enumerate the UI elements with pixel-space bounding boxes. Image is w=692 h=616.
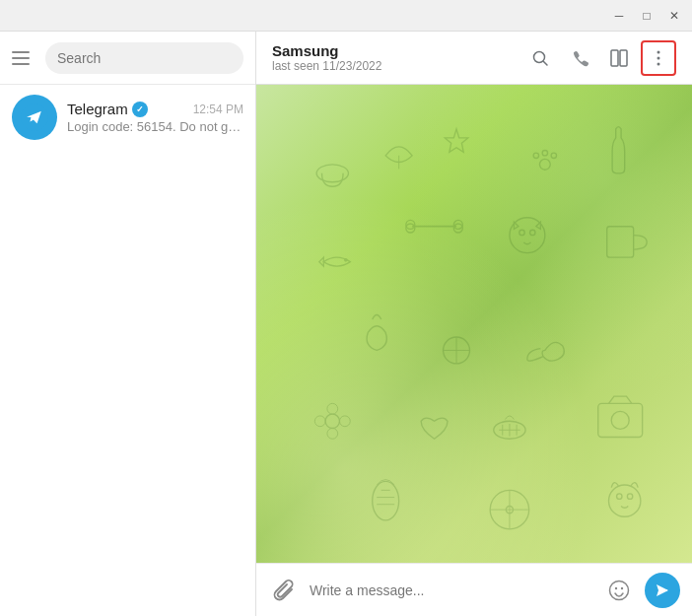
svg-point-24	[444, 337, 470, 364]
chat-info: Telegram 12:54 PM Login code: 56154. Do …	[67, 101, 243, 134]
attach-button[interactable]	[268, 575, 300, 606]
svg-point-30	[314, 416, 325, 427]
svg-point-28	[327, 403, 338, 414]
chat-name: Telegram	[67, 101, 148, 117]
svg-point-32	[494, 421, 525, 439]
send-icon	[655, 582, 670, 598]
svg-point-20	[510, 218, 545, 253]
chat-time: 12:54 PM	[193, 103, 243, 116]
header-actions	[522, 40, 676, 76]
svg-point-21	[519, 230, 524, 235]
svg-point-44	[506, 507, 513, 513]
emoji-button[interactable]	[603, 575, 635, 606]
chat-title-block: Samsung last seen 11/23/2022	[272, 42, 511, 73]
more-options-button[interactable]	[641, 40, 676, 76]
svg-rect-4	[620, 50, 627, 66]
svg-point-18	[453, 220, 462, 229]
chat-panel: Samsung last seen 11/23/2022	[256, 32, 692, 616]
chat-status: last seen 11/23/2022	[272, 59, 511, 73]
sidebar-header	[0, 32, 255, 85]
chat-input-bar	[256, 563, 692, 616]
title-bar: ─ □ ✕	[0, 0, 692, 32]
svg-point-48	[617, 494, 622, 499]
svg-point-31	[339, 416, 350, 427]
svg-point-13	[551, 153, 556, 158]
svg-point-17	[406, 224, 415, 233]
svg-point-12	[542, 150, 547, 155]
minimize-button[interactable]: ─	[605, 2, 633, 30]
svg-point-19	[453, 224, 462, 233]
hamburger-menu-icon[interactable]	[12, 46, 35, 70]
more-icon	[650, 49, 667, 67]
svg-line-2	[544, 61, 548, 65]
svg-point-7	[657, 62, 660, 65]
main-layout: Telegram 12:54 PM Login code: 56154. Do …	[0, 32, 692, 616]
verified-badge	[132, 102, 148, 117]
chat-background-doodles	[256, 85, 692, 563]
svg-rect-37	[598, 403, 643, 437]
svg-point-27	[325, 414, 339, 428]
svg-point-47	[609, 485, 641, 516]
chat-header: Samsung last seen 11/23/2022	[256, 32, 692, 85]
svg-point-10	[539, 159, 550, 170]
attach-icon	[273, 580, 295, 601]
avatar	[12, 95, 57, 140]
chat-preview: Login code: 56154. Do not giv...	[67, 119, 243, 134]
message-input[interactable]	[310, 582, 593, 598]
phone-icon	[571, 49, 588, 67]
svg-point-51	[615, 586, 617, 588]
chat-list-item[interactable]: Telegram 12:54 PM Login code: 56154. Do …	[0, 85, 255, 150]
maximize-button[interactable]: □	[633, 2, 660, 30]
search-button[interactable]	[522, 40, 558, 76]
columns-icon	[610, 49, 628, 67]
svg-point-5	[657, 50, 660, 53]
search-input[interactable]	[45, 42, 243, 74]
svg-point-29	[327, 428, 338, 439]
svg-point-43	[490, 490, 529, 529]
svg-point-38	[611, 411, 629, 429]
columns-button[interactable]	[601, 40, 637, 76]
chat-title: Samsung	[272, 42, 511, 59]
chat-messages	[256, 85, 692, 563]
svg-point-39	[373, 481, 399, 520]
svg-point-22	[530, 230, 535, 235]
close-button[interactable]: ✕	[660, 2, 688, 30]
svg-point-14	[344, 258, 348, 262]
svg-point-52	[621, 586, 623, 588]
chat-name-row: Telegram 12:54 PM	[67, 101, 243, 117]
svg-point-8	[316, 165, 348, 182]
svg-point-1	[534, 51, 545, 62]
svg-point-49	[627, 494, 632, 499]
emoji-icon	[608, 580, 630, 601]
send-button[interactable]	[645, 573, 680, 608]
svg-point-11	[533, 153, 538, 158]
search-icon	[531, 49, 549, 67]
svg-point-6	[657, 56, 660, 59]
svg-rect-3	[611, 50, 618, 66]
phone-button[interactable]	[562, 40, 597, 76]
svg-rect-23	[607, 227, 634, 257]
sidebar: Telegram 12:54 PM Login code: 56154. Do …	[0, 32, 256, 616]
svg-point-16	[406, 220, 415, 229]
